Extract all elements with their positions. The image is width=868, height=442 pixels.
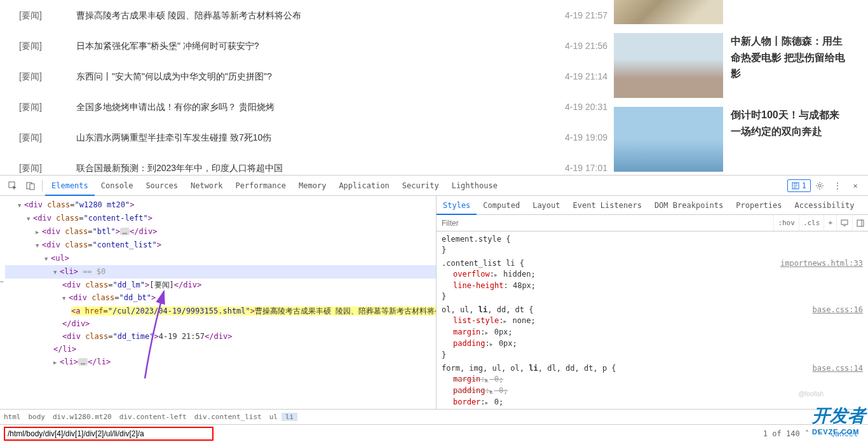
subtab-computed[interactable]: Computed [477,196,526,215]
tab-performance[interactable]: Performance [229,176,292,196]
device-frame-icon[interactable] [836,215,852,231]
expand-toggle[interactable] [18,199,24,211]
search-count: 1 of 140 [762,429,801,438]
subtab-properties[interactable]: Properties [729,196,788,215]
sidebar-title[interactable]: 中新人物丨陈德森：用生命热爱电影 把悲伤留给电影 [723,33,849,98]
overflow-indicator: ⋯ [0,277,3,286]
subtab-listeners[interactable]: Event Listeners [567,196,648,215]
close-icon[interactable]: ✕ [850,181,860,191]
source-link[interactable]: base.css:16 [813,305,863,315]
news-title[interactable]: 曹操高陵考古成果丰硕 陵园、陪葬墓等新考古材料将公布 [76,0,550,31]
watermark: @foofish [798,390,824,397]
news-item[interactable]: [要闻]日本加紧强化军事"桥头堡" 冲绳何时可获安宁?4-19 21:56 [19,31,607,61]
sidebar-title[interactable]: 倒计时100天！与成都来一场约定的双向奔赴 [723,107,849,172]
sidebar-toggle-icon[interactable] [852,215,868,231]
sidebar-item[interactable]: 倒计时100天！与成都来一场约定的双向奔赴 [614,107,849,172]
dom-breadcrumb[interactable]: html body div.w1280.mt20 div.content-lef… [0,409,868,424]
sidebar-item[interactable]: 怎样的人工智能? [614,0,849,24]
search-prev-icon[interactable]: ˄ [801,429,813,438]
devtools-panel: Elements Console Sources Network Perform… [0,175,868,442]
selected-node[interactable]: <li> == $0 [5,265,436,279]
thumbnail [614,0,723,24]
tab-security[interactable]: Security [396,176,445,196]
device-icon[interactable] [25,181,36,191]
tab-elements[interactable]: Elements [45,176,95,196]
styles-filter-input[interactable] [437,219,773,228]
news-time: 4-19 21:57 [550,0,607,31]
hov-toggle[interactable]: :hov [773,215,799,231]
devtools-toolbar: Elements Console Sources Network Perform… [0,176,868,196]
search-input[interactable] [5,429,212,438]
source-link[interactable]: base.css:14 [813,363,863,374]
tab-console[interactable]: Console [95,176,140,196]
thumbnail [614,33,723,98]
search-bar: 1 of 140 ˄ ˅ Cancel [0,424,868,442]
search-highlight-box [4,427,214,441]
news-item[interactable]: [要闻]曹操高陵考古成果丰硕 陵园、陪葬墓等新考古材料将公布4-19 21:57 [19,0,607,31]
tab-lighthouse[interactable]: Lighthouse [445,176,504,196]
elements-tree[interactable]: ⋯ <div class="w1280 mt20"> <div class="c… [0,196,436,409]
tab-network[interactable]: Network [184,176,229,196]
new-rule-icon[interactable]: + [824,215,836,231]
tab-sources[interactable]: Sources [139,176,184,196]
subtab-breakpoints[interactable]: DOM Breakpoints [648,196,729,215]
svg-rect-2 [30,184,34,190]
svg-rect-6 [857,220,864,226]
news-item[interactable]: [要闻]山东泗水两辆重型半挂牵引车发生碰撞 致7死10伤4-19 19:09 [19,122,607,153]
thumbnail [614,107,723,172]
site-logo: 开发者DEVZE.COM [812,404,865,436]
tab-memory[interactable]: Memory [292,176,332,196]
subtab-layout[interactable]: Layout [526,196,566,215]
subtab-a11y[interactable]: Accessibility [789,196,861,215]
source-link[interactable]: importnews.html:33 [780,258,863,269]
sidebar-title[interactable]: 怎样的人工智能? [723,0,808,24]
news-category: [要闻] [19,0,76,31]
svg-point-4 [818,184,821,187]
sidebar-item[interactable]: 中新人物丨陈德森：用生命热爱电影 把悲伤留给电影 [614,33,849,98]
issues-badge[interactable]: 1 [787,179,811,192]
news-item[interactable]: [要闻]东西问丨"安大简"何以成为中华文明的"历史拼图"?4-19 21:14 [19,61,607,92]
styles-pane: Styles Computed Layout Event Listeners D… [436,196,868,409]
sidebar: 怎样的人工智能? 中新人物丨陈德森：用生命热爱电影 把悲伤留给电影 倒计时100… [607,0,849,175]
tab-application[interactable]: Application [332,176,395,196]
inspect-icon[interactable] [8,181,18,191]
news-list: [要闻]曹操高陵考古成果丰硕 陵园、陪葬墓等新考古材料将公布4-19 21:57… [19,0,607,175]
styles-rules[interactable]: element.style {} importnews.html:33 .con… [437,231,868,409]
news-item[interactable]: [要闻]全国多地烧烤申请出战！有你的家乡吗？ 贵阳烧烤4-19 20:31 [19,92,607,122]
settings-icon[interactable] [815,181,825,191]
more-icon[interactable]: ⋮ [832,181,843,191]
cls-toggle[interactable]: .cls [799,215,824,231]
subtab-styles[interactable]: Styles [437,196,477,215]
svg-rect-5 [841,220,848,224]
